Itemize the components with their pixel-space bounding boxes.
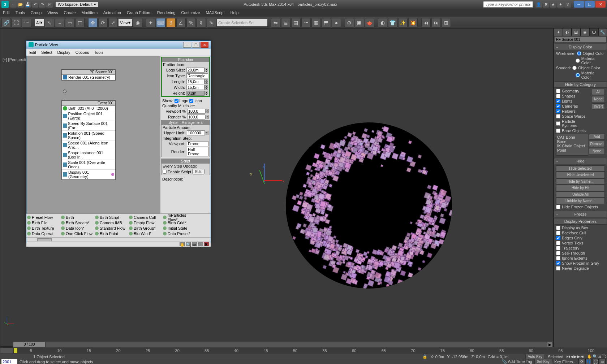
depot-item[interactable]: Birth Stream* (61, 220, 95, 225)
depot-item[interactable]: Camera IMB (95, 220, 129, 225)
cache-icon[interactable]: ⊞ (442, 18, 451, 27)
show-icon-checkbox[interactable] (189, 99, 193, 103)
hide-rollout[interactable]: Hide (554, 158, 607, 164)
dp-show-frozen-in-gray-checkbox[interactable] (556, 261, 560, 265)
hide-hide-unselected-button[interactable]: Hide Unselected (556, 172, 605, 178)
depot-item[interactable]: Initial State (163, 225, 197, 231)
transform-gizmo-icon[interactable]: x z y (253, 166, 282, 195)
nav-maximize-icon[interactable]: ⛶ (592, 359, 599, 364)
pv-menu-select[interactable]: Select (41, 50, 52, 55)
particle-icon[interactable]: ✨ (398, 18, 408, 27)
hide-hide-by-name--button[interactable]: Hide by Name... (556, 178, 605, 185)
snap-toggle-icon[interactable]: 3 (166, 18, 176, 27)
autokey-button[interactable]: Auto Key (525, 354, 545, 359)
pv-region-icon[interactable]: ▭ (192, 242, 197, 246)
nav-orbit-icon[interactable]: ⟳ (578, 359, 585, 364)
track-bar[interactable]: 5101520253035404550556065707580859095100 (0, 347, 607, 354)
node-op-display[interactable]: Display 001 (Geometry) (62, 170, 115, 179)
unlink-icon[interactable]: ⛶ (12, 18, 21, 27)
menu-maxscript[interactable]: MAXScript (206, 10, 225, 15)
node-op-speed[interactable]: Speed 001 (Along Icon Arro... (62, 140, 115, 150)
edit-script-button[interactable]: Edit (192, 169, 204, 174)
selection-filter-dropdown[interactable]: All ▾ (35, 19, 44, 26)
curve-editor-icon[interactable]: 〜 (301, 18, 311, 27)
goto-start-icon[interactable]: ⏮ (566, 354, 570, 359)
object-name-field[interactable]: PF Source 001 (555, 37, 606, 42)
none2-button[interactable]: None (589, 148, 605, 154)
align-icon[interactable]: ≣ (281, 18, 290, 27)
none-button[interactable]: None (592, 96, 605, 102)
node-header[interactable]: Event 001 (62, 101, 115, 106)
pv-minimize-button[interactable]: ─ (183, 42, 191, 48)
menu-group[interactable]: Group (31, 10, 42, 15)
current-frame-input[interactable]: 2001 (1, 359, 17, 364)
xref-icon[interactable]: ◐ (378, 18, 387, 27)
cat-cameras-checkbox[interactable] (556, 104, 560, 108)
undo-icon[interactable]: ↶ (32, 1, 38, 8)
depot-item[interactable]: Standard Flow (95, 225, 129, 231)
depot-item[interactable]: Birth Grid* (163, 220, 197, 225)
pv-close-button[interactable]: ✕ (201, 42, 208, 48)
signin-icon[interactable]: 👤 (535, 1, 542, 8)
addtimetag-button[interactable]: 📎 Add Time Tag (502, 359, 532, 364)
node-op-scale[interactable]: Scale 001 (Overwrite Once) (62, 160, 115, 170)
depot-item[interactable]: Data Operat (27, 231, 61, 236)
edit-named-sel-icon[interactable]: ✎ (207, 18, 216, 27)
integ-viewport-dropdown[interactable]: Frame (187, 141, 208, 146)
tab-motion-icon[interactable]: ◉ (581, 28, 590, 36)
add-button[interactable]: Add (589, 134, 605, 140)
node-header[interactable]: PF Source 001 (62, 70, 115, 75)
tab-create-icon[interactable]: ✦ (554, 28, 563, 36)
named-selection-input[interactable]: Create Selection Se (217, 19, 267, 26)
depot-item[interactable]: Birth (61, 214, 95, 220)
dynamics-icon[interactable]: 💥 (408, 18, 418, 27)
percent-snap-icon[interactable]: % (186, 18, 196, 27)
menu-animation[interactable]: Animation (103, 10, 121, 15)
enable-script-checkbox[interactable] (163, 170, 167, 174)
select-region-icon[interactable]: ▭ (65, 18, 74, 27)
play-icon[interactable]: ▶ (574, 354, 577, 359)
workspace-dropdown[interactable]: Workspace: Default▾ (56, 2, 98, 7)
render-setup-icon[interactable]: ⚙ (345, 18, 354, 27)
depot-item[interactable]: Data Icon* (61, 225, 95, 231)
window-close-button[interactable]: ✕ (595, 1, 606, 8)
window-maximize-button[interactable]: ☐ (585, 1, 595, 8)
tab-modify-icon[interactable]: ◐ (563, 28, 572, 36)
depot-scrollbar[interactable] (37, 238, 52, 241)
setkey-button[interactable]: Set Key (534, 359, 552, 364)
event-node[interactable]: Event 001 Birth 001 (At 0 T:2000) Positi… (61, 100, 116, 180)
time-slider[interactable]: ◀ 0 / 100 ▶ (13, 342, 553, 347)
remove-button[interactable]: Remove (589, 141, 605, 147)
depot-item[interactable]: Birth Paint (95, 231, 129, 236)
invert-button[interactable]: Invert (592, 103, 605, 109)
exchange-icon[interactable]: ✖ (543, 1, 549, 8)
menu-edit[interactable]: Edit (3, 10, 10, 15)
menu-rendering[interactable]: Rendering (157, 10, 176, 15)
cat-lights-checkbox[interactable] (556, 99, 560, 103)
depot-item[interactable]: Birth Group* (129, 225, 163, 231)
link-icon[interactable]: 🔗 (1, 18, 11, 27)
hide-unhide-by-name--button[interactable]: Unhide by Name... (556, 198, 605, 204)
menu-views[interactable]: Views (47, 10, 58, 15)
cat-helpers-checkbox[interactable] (556, 109, 560, 113)
menu-help[interactable]: Help (231, 10, 239, 15)
render-frame-icon[interactable]: ▣ (355, 18, 364, 27)
dp-edges-only-checkbox[interactable] (556, 236, 560, 240)
pv-canvas[interactable]: PF Source 001 Render 001 (Geometry) Even… (26, 56, 160, 213)
schematic-view-icon[interactable]: ⬒ (322, 18, 331, 27)
prev-frame-icon[interactable]: ◀ (571, 354, 573, 359)
cloth-icon[interactable]: 👕 (388, 18, 397, 27)
pv-zoom-icon[interactable]: 🔍 (186, 242, 191, 246)
bone-types-list[interactable]: CAT BoneBoneIK Chain ObjectPoint (556, 134, 588, 156)
select-rotate-icon[interactable]: ⟳ (98, 18, 108, 27)
display-color-rollout[interactable]: Display Color (554, 44, 607, 50)
pv-menu-options[interactable]: Options (76, 50, 89, 55)
subscribe-icon[interactable]: ✦ (557, 1, 564, 8)
mirror-icon[interactable]: ⇋ (271, 18, 280, 27)
depot-item[interactable]: Birth File (27, 220, 61, 225)
tab-hierarchy-icon[interactable]: ⬓ (572, 28, 581, 36)
node-op-birth[interactable]: Birth 001 (At 0 T:2000) (62, 106, 115, 111)
window-minimize-button[interactable]: ─ (574, 1, 584, 8)
menu-tools[interactable]: Tools (16, 10, 25, 15)
node-op-rotation[interactable]: Rotation 001 (Speed Space) (62, 131, 115, 140)
